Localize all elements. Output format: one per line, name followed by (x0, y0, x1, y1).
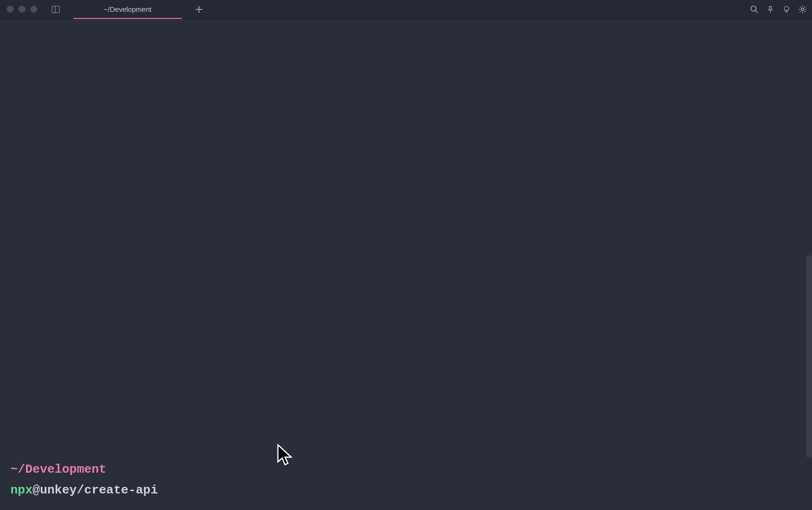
maximize-window-button[interactable] (30, 6, 37, 13)
scrollbar[interactable] (806, 255, 812, 458)
split-pane-icon[interactable] (52, 6, 60, 13)
terminal-viewport[interactable]: ~/Development npx @unkey/create-api (0, 19, 812, 510)
command-executable: npx (10, 480, 33, 501)
window-controls (0, 6, 37, 13)
lightbulb-icon[interactable] (782, 5, 791, 14)
titlebar: ~/Development (0, 0, 812, 19)
settings-gear-icon[interactable] (798, 5, 807, 14)
command-arguments: @unkey/create-api (33, 480, 158, 501)
tab-title: ~/Development (104, 5, 151, 13)
command-line: npx @unkey/create-api (10, 480, 158, 501)
titlebar-actions (750, 5, 807, 14)
svg-point-6 (801, 8, 803, 10)
close-window-button[interactable] (7, 6, 14, 13)
prompt-path: ~/Development (10, 459, 158, 480)
pin-icon[interactable] (766, 5, 775, 14)
tab-development[interactable]: ~/Development (73, 0, 182, 19)
terminal-output: ~/Development npx @unkey/create-api (10, 459, 158, 501)
svg-point-4 (751, 6, 756, 11)
svg-line-5 (756, 10, 758, 13)
search-icon[interactable] (750, 5, 759, 14)
new-tab-button[interactable] (192, 3, 206, 16)
minimize-window-button[interactable] (18, 6, 26, 13)
svg-rect-0 (52, 6, 60, 13)
